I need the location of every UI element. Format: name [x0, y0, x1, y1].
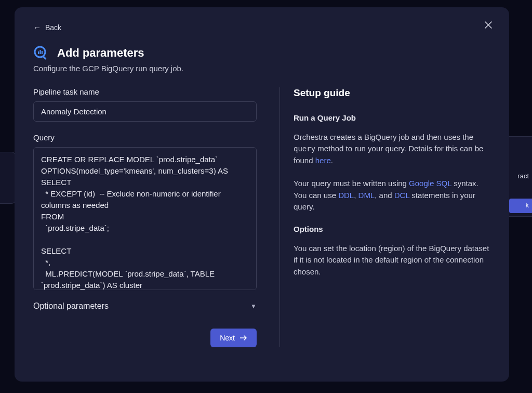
close-button[interactable] [483, 21, 494, 31]
optional-parameters-toggle[interactable]: Optional parameters ▼ [33, 299, 257, 313]
query-code-inline: query [294, 145, 315, 153]
query-label: Query [33, 133, 257, 142]
query-textarea[interactable] [33, 147, 257, 290]
run-query-heading: Run a Query Job [294, 113, 490, 122]
guide-p1-c: . [331, 156, 333, 165]
svg-rect-1 [38, 51, 39, 54]
header-row: Add parameters [33, 45, 490, 61]
arrow-right-icon [240, 334, 247, 342]
svg-rect-4 [42, 55, 47, 60]
columns: Pipeline task name Query Optional parame… [33, 87, 490, 347]
ddl-link[interactable]: DDL [338, 191, 354, 200]
background-button-fragment: k [509, 199, 532, 213]
svg-rect-3 [42, 51, 43, 54]
chevron-down-icon: ▼ [250, 303, 257, 310]
page-title: Add parameters [57, 46, 144, 60]
setup-guide-panel: Setup guide Run a Query Job Orchestra cr… [280, 87, 490, 347]
guide-paragraph-2: Your query must be written using Google … [294, 178, 490, 213]
background-left-panel [0, 152, 16, 204]
bigquery-icon [33, 45, 49, 61]
page-subtitle: Configure the GCP BigQuery run query job… [33, 64, 490, 73]
back-label: Back [45, 23, 61, 32]
dml-link[interactable]: DML [358, 191, 375, 200]
close-icon [485, 21, 492, 31]
options-heading: Options [294, 225, 490, 233]
guide-p1-a: Orchestra creates a BigQuery job and the… [294, 133, 473, 141]
details-here-link[interactable]: here [315, 156, 331, 165]
guide-paragraph-3: You can set the location (region) of the… [294, 243, 490, 278]
optional-parameters-label: Optional parameters [33, 302, 109, 311]
guide-p2-sep2: , and [375, 191, 394, 200]
background-text-k: k [526, 201, 529, 209]
google-sql-link[interactable]: Google SQL [409, 179, 451, 188]
guide-paragraph-1: Orchestra creates a BigQuery job and the… [294, 132, 490, 167]
back-arrow-icon: ← [33, 23, 41, 31]
setup-guide-title: Setup guide [294, 87, 490, 99]
next-label: Next [220, 334, 235, 342]
back-button[interactable]: ← Back [33, 23, 61, 32]
next-button[interactable]: Next [210, 329, 257, 347]
guide-p2-sep1: , [354, 191, 358, 200]
left-column: Pipeline task name Query Optional parame… [33, 87, 257, 347]
task-name-input[interactable] [33, 101, 257, 122]
dcl-link[interactable]: DCL [394, 191, 409, 200]
task-name-label: Pipeline task name [33, 87, 257, 96]
svg-rect-2 [39, 50, 41, 54]
next-row: Next [33, 313, 257, 347]
guide-p2-a: Your query must be written using [294, 179, 409, 188]
background-text-ract: ract [517, 172, 529, 180]
parameters-modal: ← Back Add parameters Configure the GCP … [15, 7, 509, 382]
